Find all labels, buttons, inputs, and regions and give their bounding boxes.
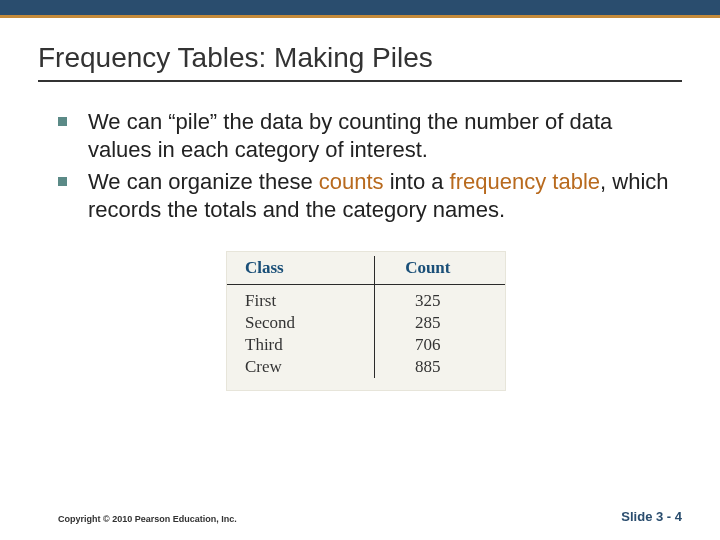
bullet-item: We can organize these counts into a freq…	[58, 168, 674, 224]
highlight-frequency-table: frequency table	[450, 169, 600, 194]
bullet-item: We can “pile” the data by counting the n…	[58, 108, 674, 164]
content-area: We can “pile” the data by counting the n…	[0, 82, 720, 391]
table-row: Crew 885	[227, 356, 505, 378]
table-row: Second 285	[227, 312, 505, 334]
cell-count: 706	[374, 334, 505, 356]
footer: Copyright © 2010 Pearson Education, Inc.…	[58, 509, 682, 524]
text-fragment: We can organize these	[88, 169, 319, 194]
cell-count: 325	[374, 284, 505, 312]
accent-bar	[0, 0, 720, 18]
cell-count: 285	[374, 312, 505, 334]
cell-count: 885	[374, 356, 505, 378]
square-bullet-icon	[58, 177, 72, 186]
cell-class: First	[227, 284, 374, 312]
bullet-text: We can “pile” the data by counting the n…	[88, 108, 674, 164]
bullet-text: We can organize these counts into a freq…	[88, 168, 674, 224]
table: Class Count First 325 Second 285 Third	[227, 256, 505, 378]
slide-number: Slide 3 - 4	[621, 509, 682, 524]
cell-class: Crew	[227, 356, 374, 378]
slide-title: Frequency Tables: Making Piles	[0, 18, 720, 80]
cell-class: Second	[227, 312, 374, 334]
frequency-table: Class Count First 325 Second 285 Third	[226, 251, 506, 391]
highlight-counts: counts	[319, 169, 384, 194]
col-header-count: Count	[374, 256, 505, 285]
col-header-class: Class	[227, 256, 374, 285]
table-row: First 325	[227, 284, 505, 312]
table-row: Third 706	[227, 334, 505, 356]
slide: Frequency Tables: Making Piles We can “p…	[0, 0, 720, 540]
square-bullet-icon	[58, 117, 72, 126]
cell-class: Third	[227, 334, 374, 356]
text-fragment: into a	[384, 169, 450, 194]
copyright-text: Copyright © 2010 Pearson Education, Inc.	[58, 514, 237, 524]
table-header-row: Class Count	[227, 256, 505, 285]
